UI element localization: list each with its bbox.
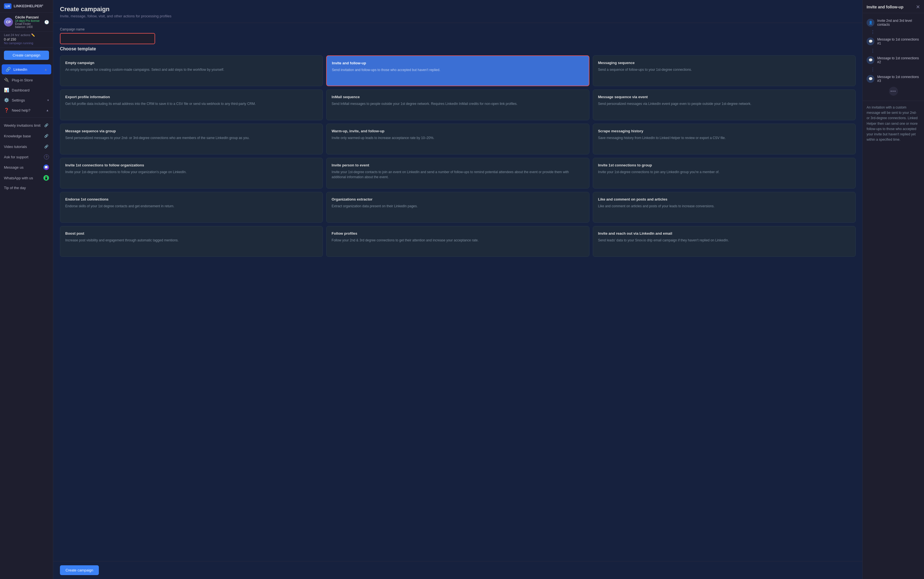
sidebar-item-label: Dashboard: [12, 88, 49, 92]
flow-connector: ⋮: [867, 66, 920, 73]
sidebar-item-label: Settings: [12, 98, 44, 102]
template-card-empty-campaign[interactable]: Empty campaign An empty template for cre…: [60, 56, 323, 86]
template-card-desc: Get full profile data including its emai…: [65, 101, 318, 106]
template-card-invite-1st-connections-organizations[interactable]: Invite 1st connections to follow organiz…: [60, 158, 323, 188]
sidebar-item-settings[interactable]: ⚙️ Settings ▾: [0, 95, 53, 105]
template-card-title: Endorse 1st connections: [65, 197, 318, 201]
sidebar-item-linkedin[interactable]: 🔗 LinkedIn ▲: [2, 64, 51, 74]
sidebar-item-whatsapp[interactable]: WhatsApp with us 📱: [0, 173, 53, 183]
right-panel-header: Invite and follow-up ✕: [863, 0, 924, 13]
sidebar-divider: [0, 118, 53, 118]
main-footer: Create campaign: [53, 561, 862, 579]
template-card-desc: Follow your 2nd & 3rd degree connections…: [332, 238, 584, 243]
template-card-desc: Send personalized messages via LinkedIn …: [598, 101, 850, 106]
whatsapp-icon: 📱: [43, 175, 49, 181]
template-card-title: Invite and reach out via LinkedIn and em…: [598, 231, 850, 236]
help-icon: ❓: [4, 108, 9, 113]
campaign-name-label: Campaign name: [60, 28, 856, 31]
template-card-invite-person-to-event[interactable]: Invite person to event Invite your 1st-d…: [326, 158, 589, 188]
template-card-title: Invite and follow-up: [332, 61, 584, 65]
avatar: CP: [4, 18, 13, 26]
flow-dots-icon: ⋮: [870, 67, 876, 72]
user-profile[interactable]: CP Cécile Panzani 14 days Pro license Em…: [0, 13, 53, 32]
sidebar-item-tip-of-the-day[interactable]: Tip of the day: [0, 183, 53, 193]
page-title: Create campaign: [60, 6, 856, 13]
create-campaign-button[interactable]: Create campaign: [60, 565, 99, 575]
chevron-up-icon: ▲: [44, 68, 47, 71]
flow-dots-icon: ⋮: [870, 29, 876, 35]
user-license: 14 days Pro license: [15, 19, 42, 22]
flow-step-label: Message to 1st connections #1: [877, 38, 920, 45]
flow-step-icon: 💬: [867, 56, 875, 64]
right-panel-description: An invitation with a custom message will…: [863, 101, 924, 146]
template-card-scrape-messaging-history[interactable]: Scrape messaging history Save messaging …: [593, 124, 856, 154]
stats-section: Last 24 hrs' actions ✏️ 0 of 150 No camp…: [0, 32, 53, 48]
sidebar-item-need-help[interactable]: ❓ Need help? ▲: [0, 105, 53, 115]
template-card-desc: Send leads' data to your Snov.io drip em…: [598, 238, 850, 243]
stats-count: 0 of 150: [4, 38, 49, 41]
right-panel-title: Invite and follow-up: [867, 5, 903, 9]
template-card-invite-1st-connections-group[interactable]: Invite 1st connections to group Invite y…: [593, 158, 856, 188]
sidebar-create-campaign-button[interactable]: Create campaign: [4, 51, 49, 60]
sidebar-item-label: LinkedIn: [13, 67, 41, 72]
sidebar-item-knowledge-base[interactable]: Knowledge base 🔗: [0, 131, 53, 141]
sidebar-item-weekly-invitations[interactable]: Weekly invitations limit 🔗: [0, 120, 53, 131]
chevron-down-icon: ▾: [47, 98, 49, 102]
flow-connector: ⋮: [867, 29, 920, 35]
template-card-follow-profiles[interactable]: Follow profiles Follow your 2nd & 3rd de…: [326, 226, 589, 257]
template-card-desc: Invite your 1st-degree contacts to join …: [332, 170, 584, 180]
template-card-desc: Extract organization data present on the…: [332, 204, 584, 209]
choose-template-section: Choose template Empty campaign An empty …: [53, 46, 862, 561]
template-card-messaging-sequence[interactable]: Messaging sequence Send a sequence of fo…: [593, 56, 856, 86]
template-card-title: Boost post: [65, 231, 318, 236]
flow-step-msg-1st-1: 💬 Message to 1st connections #1: [867, 35, 920, 47]
close-button[interactable]: ✕: [916, 5, 920, 10]
sidebar-nav: 🔗 LinkedIn ▲ 🔌 Plug-in Store 📊 Dashboard…: [0, 63, 53, 116]
page-subtitle: Invite, message, follow, visit, and othe…: [60, 14, 856, 18]
sidebar-item-message-us[interactable]: Message us 💬: [0, 162, 53, 173]
template-card-desc: Increase post visibility and engagement …: [65, 238, 318, 243]
plugin-store-icon: 🔌: [4, 77, 9, 82]
flow-connector: ⋮: [867, 47, 920, 54]
flow-steps: 👤 Invite 2nd and 3rd level contacts ⋮ 💬 …: [863, 13, 924, 101]
template-card-endorse-1st-connections[interactable]: Endorse 1st connections Endorse skills o…: [60, 192, 323, 222]
sidebar-item-video-tutorials[interactable]: Video tutorials 🔗: [0, 141, 53, 152]
template-card-title: Warm-up, invite, and follow-up: [332, 129, 584, 133]
user-name: Cécile Panzani: [15, 15, 42, 19]
template-card-desc: Endorse skills of your 1st degree contac…: [65, 204, 318, 209]
sidebar-item-ask-support[interactable]: Ask for support ?: [0, 152, 53, 162]
template-card-desc: Send personalized messages to your 2nd- …: [65, 136, 318, 141]
flow-step-invite-2nd-3rd: 👤 Invite 2nd and 3rd level contacts: [867, 16, 920, 29]
template-card-organizations-extractor[interactable]: Organizations extractor Extract organiza…: [326, 192, 589, 222]
sidebar-item-dashboard[interactable]: 📊 Dashboard: [0, 85, 53, 95]
campaign-name-input[interactable]: [60, 33, 155, 44]
campaign-name-section: Campaign name: [53, 23, 862, 46]
dashboard-icon: 📊: [4, 88, 9, 93]
flow-step-label: Message to 1st connections #3: [877, 75, 920, 83]
sidebar-item-label: Message us: [4, 165, 41, 170]
template-card-inmail-sequence[interactable]: InMail sequence Send InMail messages to …: [326, 90, 589, 120]
template-card-invite-reach-out-email[interactable]: Invite and reach out via LinkedIn and em…: [593, 226, 856, 257]
template-card-export-profile-information[interactable]: Export profile information Get full prof…: [60, 90, 323, 120]
main-header: Create campaign Invite, message, follow,…: [53, 0, 862, 23]
external-link-icon: 🔗: [43, 133, 49, 139]
sidebar-item-label: Knowledge base: [4, 134, 41, 138]
app-logo-icon: LH: [4, 3, 11, 9]
template-card-warm-up-invite[interactable]: Warm-up, invite, and follow-up Invite on…: [326, 124, 589, 154]
sidebar-help-section: Weekly invitations limit 🔗 Knowledge bas…: [0, 119, 53, 193]
linkedin-icon: 🔗: [6, 67, 11, 72]
flow-dots-icon: ⋮: [870, 48, 876, 54]
template-card-invite-and-follow-up[interactable]: Invite and follow-up Send invitation and…: [326, 56, 589, 86]
template-card-message-sequence-via-event[interactable]: Message sequence via event Send personal…: [593, 90, 856, 120]
flow-step-msg-1st-2: 💬 Message to 1st connections #2: [867, 54, 920, 66]
template-card-boost-post[interactable]: Boost post Increase post visibility and …: [60, 226, 323, 257]
sidebar-item-label: Video tutorials: [4, 145, 41, 149]
sidebar-item-plugin-store[interactable]: 🔌 Plug-in Store: [0, 75, 53, 85]
template-card-title: Organizations extractor: [332, 197, 584, 201]
main-content: Create campaign Invite, message, follow,…: [53, 0, 862, 579]
choose-template-title: Choose template: [60, 46, 856, 51]
template-card-like-and-comment[interactable]: Like and comment on posts and articles L…: [593, 192, 856, 222]
chevron-up-icon: ▲: [46, 108, 49, 112]
app-name: LINKEDHELPER2: [14, 4, 43, 8]
template-card-message-sequence-via-group[interactable]: Message sequence via group Send personal…: [60, 124, 323, 154]
